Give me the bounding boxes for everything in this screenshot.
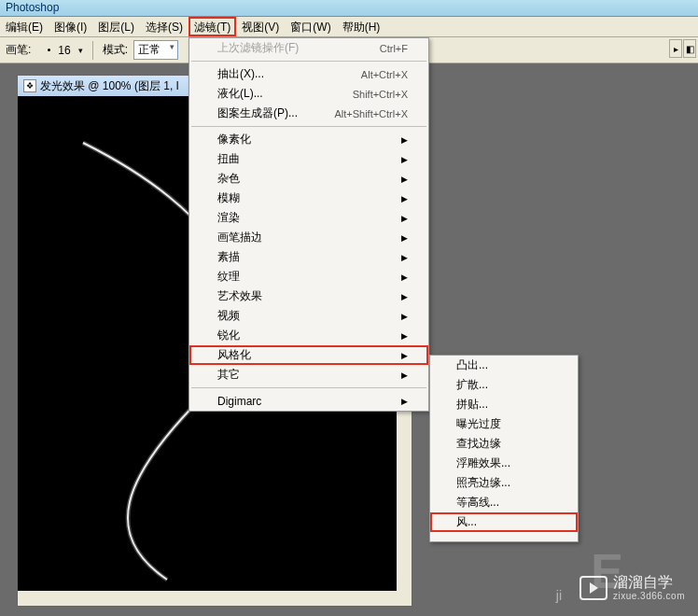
filter-pattern-maker[interactable]: 图案生成器(P)...Alt+Shift+Ctrl+X (189, 104, 428, 123)
chevron-right-icon: ▶ (401, 135, 408, 145)
stylize-extrude[interactable]: 凸出... (430, 356, 578, 375)
watermark-url: zixue.3d66.com (613, 591, 685, 601)
stylize-tiles[interactable]: 拼贴... (430, 395, 578, 414)
menu-filter[interactable]: 滤镜(T) (188, 17, 236, 36)
menu-edit[interactable]: 编辑(E) (0, 17, 49, 36)
chevron-right-icon: ▶ (401, 312, 408, 321)
filter-noise[interactable]: 杂色▶ (189, 169, 428, 189)
stylize-wind[interactable]: 风... (430, 512, 578, 532)
document-title: 发光效果 @ 100% (图层 1, I (40, 78, 179, 94)
menu-layer[interactable]: 图层(L) (92, 17, 140, 36)
menu-view[interactable]: 视图(V) (236, 17, 285, 36)
watermark-ji: ji (556, 588, 562, 603)
brush-label: 画笔: (6, 42, 31, 58)
filter-artistic[interactable]: 艺术效果▶ (189, 287, 428, 306)
filter-sharpen[interactable]: 锐化▶ (189, 326, 428, 345)
chevron-right-icon: ▶ (401, 397, 408, 406)
filter-digimarc[interactable]: Digimarc▶ (189, 391, 428, 411)
watermark: 溜溜自学 zixue.3d66.com (579, 574, 685, 601)
app-title: Photoshop (6, 1, 59, 14)
stylize-solarize[interactable]: 曝光过度 (430, 414, 578, 434)
stylize-submenu: 凸出... 扩散... 拼贴... 曝光过度 查找边缘 浮雕效果... 照亮边缘… (429, 355, 579, 542)
chevron-right-icon: ▶ (401, 331, 408, 341)
play-icon (579, 576, 607, 600)
filter-liquify[interactable]: 液化(L)...Shift+Ctrl+X (189, 84, 428, 104)
app-titlebar: Photoshop (0, 0, 698, 17)
chevron-right-icon: ▶ (401, 175, 408, 184)
menu-image[interactable]: 图像(I) (49, 17, 92, 36)
menu-separator (191, 126, 426, 127)
menu-select[interactable]: 选择(S) (140, 17, 188, 36)
chevron-right-icon: ▶ (401, 351, 408, 360)
chevron-right-icon: ▶ (401, 214, 408, 223)
stylize-trace-contour[interactable]: 等高线... (430, 493, 578, 512)
filter-sketch[interactable]: 素描▶ (189, 247, 428, 267)
brush-dropdown-icon[interactable]: ▾ (78, 46, 83, 55)
mode-label: 模式: (103, 42, 128, 58)
toolbar-right-icons: ▸ ◧ (669, 39, 696, 58)
chevron-right-icon: ▶ (401, 292, 408, 301)
chevron-right-icon: ▶ (401, 253, 408, 262)
filter-pixelate[interactable]: 像素化▶ (189, 130, 428, 149)
filter-texture[interactable]: 纹理▶ (189, 267, 428, 287)
watermark-brand: 溜溜自学 (613, 574, 685, 591)
chevron-right-icon: ▶ (401, 155, 408, 164)
filter-video[interactable]: 视频▶ (189, 306, 428, 326)
stylize-diffuse[interactable]: 扩散... (430, 375, 578, 395)
mode-select[interactable]: 正常 (133, 40, 178, 60)
stylize-emboss[interactable]: 浮雕效果... (430, 454, 578, 473)
filter-stylize[interactable]: 风格化▶ (189, 345, 428, 365)
filter-brush-strokes[interactable]: 画笔描边▶ (189, 228, 428, 247)
filter-distort[interactable]: 扭曲▶ (189, 149, 428, 169)
menu-window[interactable]: 窗口(W) (285, 17, 336, 36)
filter-render[interactable]: 渲染▶ (189, 208, 428, 228)
menubar: 编辑(E) 图像(I) 图层(L) 选择(S) 滤镜(T) 视图(V) 窗口(W… (0, 17, 698, 37)
toolbar-separator (92, 41, 93, 60)
palette-toggle-icon[interactable]: ◧ (683, 39, 696, 58)
filter-last: 上次滤镜操作(F) Ctrl+F (189, 38, 428, 58)
chevron-right-icon: ▶ (401, 194, 408, 203)
stylize-glowing-edges[interactable]: 照亮边缘... (430, 473, 578, 493)
chevron-right-icon: ▶ (401, 273, 408, 282)
stylize-find-edges[interactable]: 查找边缘 (430, 434, 578, 454)
chevron-right-icon: ▶ (401, 371, 408, 380)
palette-well-icon[interactable]: ▸ (669, 39, 682, 58)
filter-extract[interactable]: 抽出(X)...Alt+Ctrl+X (189, 64, 428, 84)
filter-dropdown: 上次滤镜操作(F) Ctrl+F 抽出(X)...Alt+Ctrl+X 液化(L… (188, 37, 429, 412)
menu-separator (191, 61, 426, 62)
brush-size-value[interactable]: 16 (56, 44, 72, 57)
menu-separator (191, 387, 426, 388)
document-icon: ❖ (23, 79, 36, 92)
menu-help[interactable]: 帮助(H) (337, 17, 386, 36)
filter-other[interactable]: 其它▶ (189, 365, 428, 385)
filter-blur[interactable]: 模糊▶ (189, 189, 428, 208)
chevron-right-icon: ▶ (401, 233, 408, 243)
brush-preview-icon (48, 49, 50, 51)
